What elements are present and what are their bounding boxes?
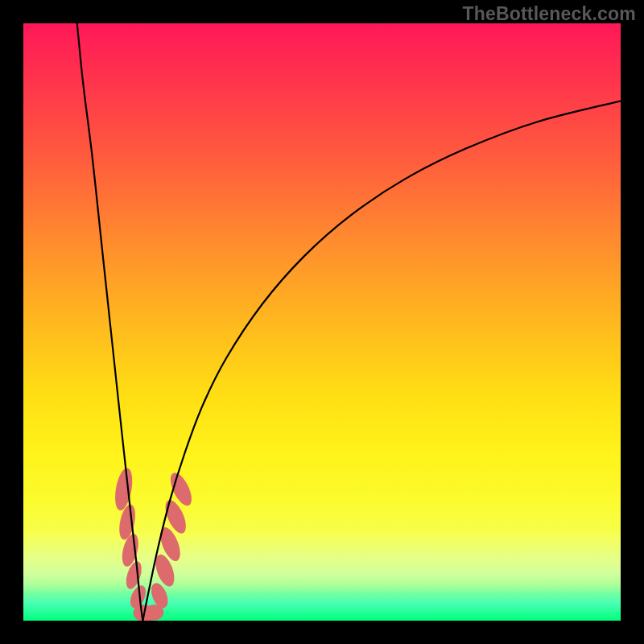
highlight-blob [156,525,184,564]
highlight-blob [166,470,196,509]
highlight-blob [138,605,158,621]
curve-left-branch [77,23,143,621]
plot-area [23,23,621,621]
highlight-blob [127,583,149,610]
curve-right-branch [142,101,621,621]
highlight-blob [161,497,190,537]
chart-frame: TheBottleneck.com [0,0,644,644]
highlight-blob [148,580,171,610]
highlight-blob [113,467,135,512]
highlight-blob [145,605,164,620]
highlight-cluster [113,467,196,621]
highlight-blob [152,552,178,589]
highlight-blob [123,559,145,591]
highlight-blob [119,532,141,568]
bottom-haze-band [23,529,621,593]
highlight-blob [117,503,138,541]
highlight-blob [134,605,153,621]
plot-svg [23,23,621,621]
watermark-text: TheBottleneck.com [462,3,636,25]
